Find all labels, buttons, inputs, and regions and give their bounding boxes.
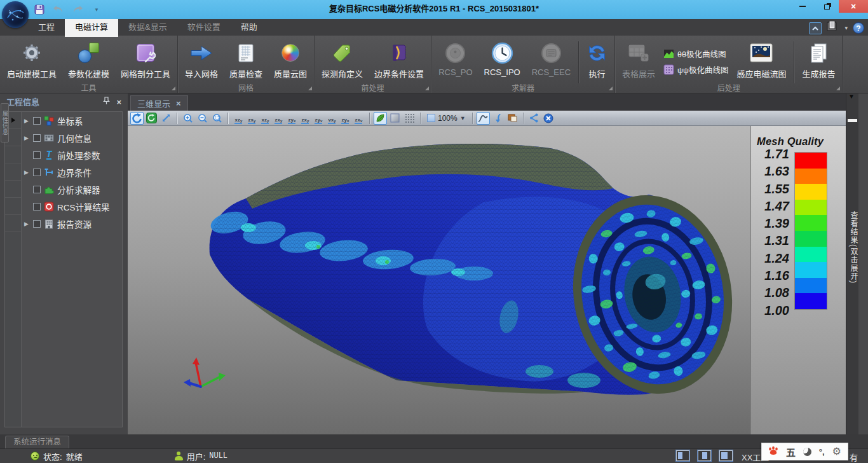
axis-view-button-1[interactable]: zxy <box>245 112 259 125</box>
axis-view-button-7[interactable]: vxy <box>325 112 339 125</box>
ribbon-button-rcs-po[interactable]: RCS_PO <box>433 39 478 77</box>
layers-window-button[interactable] <box>506 112 519 125</box>
expand-arrow-icon[interactable]: ▶ <box>23 118 30 124</box>
tree-item-5[interactable]: RCS计算结果 <box>22 198 122 215</box>
share-vector-button[interactable] <box>527 112 541 125</box>
arrow-down-button[interactable] <box>491 112 505 125</box>
ribbon-button-import-mesh[interactable]: 导入网格 <box>179 39 224 79</box>
tree-item-6[interactable]: ▶报告资源 <box>22 215 122 232</box>
group-dialog-launcher-icon[interactable] <box>609 86 613 90</box>
zoom-in-icon[interactable] <box>181 112 194 125</box>
menu-tab-dianci-jisuan[interactable]: 电磁计算 <box>65 19 118 37</box>
ribbon-button-probe-angle-define[interactable]: 探测角定义 <box>316 39 369 79</box>
layout-center-button[interactable] <box>698 450 711 461</box>
group-dialog-launcher-icon[interactable] <box>308 86 312 90</box>
axis-view-button-4[interactable]: zyx <box>285 112 299 125</box>
minimize-button[interactable] <box>790 0 815 13</box>
tree-item-checkbox[interactable] <box>33 203 41 211</box>
points-view-button[interactable] <box>403 112 416 125</box>
dock-area: 工程信息 × ▶坐标系▶几何信息T前处理参数▶边界条件分析求解器RCS计算结果▶… <box>0 93 868 434</box>
menu-tab-ruanjian-shezhi[interactable]: 软件设置 <box>177 19 231 36</box>
ribbon-button-execute[interactable]: 执行 <box>581 39 613 79</box>
tree-item-2[interactable]: T前处理参数 <box>22 146 122 163</box>
ime-punctuation-label[interactable]: °, <box>819 447 825 457</box>
pin-icon[interactable] <box>103 97 110 107</box>
menu-tab-gongcheng[interactable]: 工程 <box>28 19 65 36</box>
curve-display-button[interactable] <box>477 112 490 125</box>
expand-arrow-icon[interactable]: ▶ <box>23 169 30 176</box>
zoom-level-control[interactable]: 100% ▼ <box>424 114 468 123</box>
app-logo[interactable] <box>2 1 29 28</box>
axis-view-button-2[interactable]: xzy <box>259 112 272 125</box>
ime-settings-gear-icon[interactable]: ⚙ <box>832 446 841 457</box>
ribbon-group-1: 导入网格质量检查质量云图网格 <box>178 36 315 93</box>
results-collapsed-bar[interactable]: 查看结果(双击展开) <box>846 93 858 434</box>
axis-view-button-5[interactable]: zxy <box>299 112 312 125</box>
axis-view-button-9[interactable]: zxv <box>352 112 365 125</box>
group-dialog-launcher-icon[interactable] <box>172 86 175 90</box>
tree-item-4[interactable]: 分析求解器 <box>22 181 122 198</box>
restore-button[interactable] <box>815 0 839 13</box>
ime-paw-icon[interactable] <box>768 446 778 457</box>
ribbon-button-theta-polar-curve[interactable]: θθ极化曲线图 <box>663 48 728 60</box>
tree-item-1[interactable]: ▶几何信息 <box>22 129 122 146</box>
ribbon-button-psi-polar-curve[interactable]: ψψ极化曲线图 <box>663 64 728 76</box>
tab-close-icon[interactable]: × <box>176 99 181 108</box>
orbit-view-button[interactable] <box>145 112 158 125</box>
clipboard-icon[interactable] <box>827 21 839 35</box>
help-icon[interactable]: ? <box>853 22 864 34</box>
axis-view-button-3[interactable]: zxy <box>272 112 285 125</box>
shaded-view-button[interactable] <box>374 112 387 125</box>
tree-item-checkbox[interactable] <box>33 151 41 159</box>
layout-right-button[interactable] <box>719 450 733 461</box>
group-dialog-launcher-icon[interactable] <box>836 86 840 90</box>
axis-view-button-8[interactable]: zyx <box>339 112 352 125</box>
ribbon-button-quality-cloud-map[interactable]: 质量云图 <box>268 39 313 79</box>
axis-view-button-6[interactable]: zyv <box>312 112 325 125</box>
zoom-level-caret[interactable]: ▼ <box>460 115 466 121</box>
close-button[interactable]: × <box>839 0 868 13</box>
tree-item-3[interactable]: ▶边界条件 <box>22 163 122 181</box>
rotate-view-button[interactable] <box>130 112 144 125</box>
zoom-extents-button[interactable] <box>159 112 173 125</box>
zoom-window-icon[interactable] <box>210 112 224 125</box>
ribbon-button-induced-em-current-map[interactable]: 感应电磁流图 <box>731 39 792 79</box>
tab-overflow-caret[interactable]: ▼ <box>848 93 855 100</box>
tree-item-checkbox[interactable] <box>33 169 41 176</box>
viewport-3d[interactable]: Mesh Quality 1.711.631.551.471.391.311.2… <box>128 126 846 434</box>
ribbon-button-parametric-modeling[interactable]: 参数化建模 <box>62 39 115 79</box>
tab-system-messages[interactable]: 系统运行消息 <box>5 436 69 448</box>
ribbon-button-boundary-condition-settings[interactable]: 边界条件设置 <box>369 39 430 79</box>
layout-left-button[interactable] <box>676 450 689 461</box>
tree-item-checkbox[interactable] <box>33 220 41 228</box>
ribbon-button-table-view[interactable]: 表格展示 <box>616 39 661 79</box>
ribbon-button-generate-report[interactable]: 生成报告 <box>796 39 841 79</box>
tab-3d-display[interactable]: 三维显示 × <box>130 95 188 111</box>
axis-view-button-0[interactable]: xzy <box>232 112 245 125</box>
close-view-button[interactable] <box>542 112 555 125</box>
tab-property-info[interactable]: 属性信息 <box>1 103 9 142</box>
menu-tab-bangzhu[interactable]: 帮助 <box>231 19 268 36</box>
zoom-out-icon[interactable] <box>196 112 209 125</box>
clipboard-dropdown-caret[interactable]: ▾ <box>844 25 848 31</box>
close-panel-icon[interactable]: × <box>116 97 121 107</box>
collapse-ribbon-icon[interactable] <box>809 22 822 34</box>
menu-tab-shuju-xianshi[interactable]: 数据&显示 <box>118 19 177 36</box>
ribbon-button-start-modeling-tool[interactable]: 启动建模工具 <box>1 39 62 79</box>
layout-buttons <box>676 450 733 461</box>
ribbon-button-mesh-partition-tool[interactable]: 网格剖分工具 <box>115 39 176 79</box>
expand-arrow-icon[interactable]: ▶ <box>23 221 30 227</box>
expand-arrow-icon[interactable]: ▶ <box>23 135 30 141</box>
tree-item-checkbox[interactable] <box>33 117 41 125</box>
wireframe-view-button[interactable] <box>388 112 402 125</box>
group-dialog-launcher-icon[interactable] <box>425 86 429 90</box>
tree-item-checkbox[interactable] <box>33 186 41 193</box>
tree-gutter <box>5 112 22 427</box>
tree-item-0[interactable]: ▶坐标系 <box>22 112 122 129</box>
ribbon-button-quality-check[interactable]: 质量检查 <box>224 39 268 79</box>
ribbon-button-rcs-eec[interactable]: RCS_EEC <box>526 39 576 77</box>
ime-mode-label[interactable]: 五 <box>786 445 796 459</box>
tree-item-checkbox[interactable] <box>33 134 41 142</box>
ime-fullwidth-icon[interactable] <box>803 448 811 456</box>
ribbon-button-rcs-ipo[interactable]: RCS_IPO <box>478 39 526 77</box>
